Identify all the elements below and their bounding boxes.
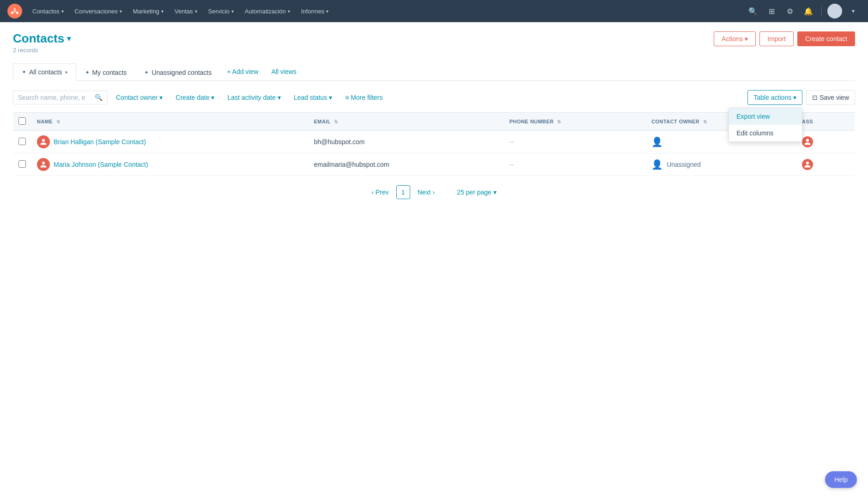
nav-automatizacion[interactable]: Automatización ▾ [240, 5, 295, 18]
all-views-tab[interactable]: All views [265, 63, 303, 80]
row2-owner-cell: 👤 Unassigned [646, 153, 796, 176]
page-header: Contacts ▾ 2 records Actions ▾ Import Cr… [13, 31, 855, 54]
account-chevron-icon[interactable]: ▾ [846, 4, 861, 18]
create-date-filter[interactable]: Create date ▾ [171, 91, 219, 104]
table-row: Maria Johnson (Sample Contact) emailmari… [13, 153, 855, 176]
row1-checkbox[interactable] [18, 138, 26, 145]
last-activity-filter[interactable]: Last activity date ▾ [223, 91, 285, 104]
search-input[interactable] [18, 94, 92, 101]
conversaciones-chevron-icon: ▾ [120, 9, 122, 14]
edit-columns-item[interactable]: Edit columns [729, 125, 802, 141]
all-contacts-tab-icon: ✦ [22, 69, 26, 75]
hubspot-logo[interactable] [7, 4, 22, 18]
row1-phone-cell: -- [504, 131, 646, 153]
tabs-bar: ✦ All contacts ▾ ✦ My contacts ✦ Unassig… [13, 63, 855, 81]
notifications-icon[interactable]: 🔔 [801, 4, 816, 18]
prev-chevron-icon: ‹ [371, 189, 374, 196]
contact-owner-chevron-icon: ▾ [159, 94, 163, 101]
servicio-chevron-icon: ▾ [231, 9, 234, 14]
tab-all-contacts[interactable]: ✦ All contacts ▾ [13, 63, 76, 81]
name-sort-icon: ⇅ [56, 119, 60, 124]
add-view-tab[interactable]: + Add view [220, 63, 265, 80]
nav-informes[interactable]: Informes ▾ [297, 5, 334, 18]
next-page-button[interactable]: Next › [414, 187, 438, 198]
nav-divider [821, 6, 822, 17]
nav-marketing[interactable]: Marketing ▾ [128, 5, 168, 18]
contactos-chevron-icon: ▾ [61, 9, 64, 14]
create-date-chevron-icon: ▾ [211, 94, 214, 101]
prev-page-button[interactable]: ‹ Prev [368, 187, 392, 198]
row2-unassigned-label: Unassigned [667, 161, 701, 168]
ventas-chevron-icon: ▾ [195, 9, 197, 14]
row2-email-cell: emailmaria@hubspot.com [309, 153, 504, 176]
user-avatar[interactable] [827, 4, 842, 18]
row2-contact-name[interactable]: Maria Johnson (Sample Contact) [54, 161, 148, 168]
table-actions-button[interactable]: Table actions ▾ [747, 90, 802, 105]
last-activity-chevron-icon: ▾ [278, 94, 281, 101]
nav-contactos[interactable]: Contactos ▾ [28, 5, 68, 18]
actions-button[interactable]: Actions ▾ [714, 31, 756, 46]
row1-assigned-cell [796, 131, 855, 153]
more-filters-icon: ≡ [345, 94, 349, 101]
page-title[interactable]: Contacts ▾ [13, 31, 71, 46]
all-contacts-tab-chevron-icon: ▾ [65, 70, 67, 75]
marketing-chevron-icon: ▾ [161, 9, 164, 14]
row2-checkbox[interactable] [18, 160, 26, 168]
unassigned-tab-icon: ✦ [144, 69, 149, 76]
assigned-column-header: ASS [796, 113, 855, 131]
row1-avatar [37, 135, 50, 148]
informes-chevron-icon: ▾ [326, 9, 328, 14]
table-actions-dropdown: Export view Edit columns [728, 108, 802, 142]
page-title-area: Contacts ▾ 2 records [13, 31, 71, 54]
phone-sort-icon: ⇅ [557, 119, 561, 124]
tab-unassigned-contacts[interactable]: ✦ Unassigned contacts [135, 64, 220, 81]
export-view-item[interactable]: Export view [729, 108, 802, 125]
nav-ventas[interactable]: Ventas ▾ [170, 5, 202, 18]
page-subtitle: 2 records [13, 47, 71, 54]
marketplace-icon[interactable]: ⊞ [764, 4, 779, 18]
settings-nav-icon[interactable]: ⚙ [783, 4, 797, 18]
select-all-checkbox[interactable] [18, 117, 26, 125]
contacts-title-chevron-icon: ▾ [67, 34, 71, 43]
nav-conversaciones[interactable]: Conversaciones ▾ [70, 5, 127, 18]
row1-name-cell: Brian Halligan (Sample Contact) [31, 131, 309, 153]
phone-column-header[interactable]: PHONE NUMBER ⇅ [504, 113, 646, 131]
filters-row: 🔍 Contact owner ▾ Create date ▾ Last act… [13, 90, 855, 105]
save-view-icon: ⊡ [812, 94, 818, 101]
row2-name-cell: Maria Johnson (Sample Contact) [31, 153, 309, 176]
table-actions-wrapper: Table actions ▾ Export view Edit columns [747, 90, 802, 105]
lead-status-filter[interactable]: Lead status ▾ [289, 91, 337, 104]
owner-sort-icon: ⇅ [703, 119, 707, 124]
page-header-actions: Actions ▾ Import Create contact [714, 31, 855, 46]
import-button[interactable]: Import [759, 31, 794, 46]
row1-owner-icon: 👤 [651, 136, 663, 147]
tab-my-contacts[interactable]: ✦ My contacts [76, 64, 136, 81]
help-button[interactable]: Help [825, 471, 857, 488]
create-contact-button[interactable]: Create contact [797, 31, 855, 46]
page-number-1[interactable]: 1 [396, 185, 410, 199]
row2-assigned-cell [796, 153, 855, 176]
actions-chevron-icon: ▾ [745, 35, 748, 43]
row2-phone-cell: -- [504, 153, 646, 176]
search-box[interactable]: 🔍 [13, 91, 108, 104]
email-sort-icon: ⇅ [334, 119, 338, 124]
email-column-header[interactable]: EMAIL ⇅ [309, 113, 504, 131]
row1-assigned-avatar [802, 136, 813, 147]
contact-owner-filter[interactable]: Contact owner ▾ [111, 91, 167, 104]
name-column-header[interactable]: NAME ⇅ [31, 113, 309, 131]
row2-assigned-avatar [802, 159, 813, 170]
search-icon: 🔍 [95, 94, 103, 101]
search-nav-icon[interactable]: 🔍 [746, 4, 760, 18]
more-filters-button[interactable]: ≡ More filters [340, 91, 387, 104]
nav-servicio[interactable]: Servicio ▾ [204, 5, 238, 18]
save-view-button[interactable]: ⊡ Save view [806, 90, 855, 105]
row1-email-cell: bh@hubspot.com [309, 131, 504, 153]
lead-status-chevron-icon: ▾ [329, 94, 332, 101]
row2-avatar [37, 158, 50, 171]
pagination: ‹ Prev 1 Next › 25 per page ▾ [13, 185, 855, 199]
row1-contact-name[interactable]: Brian Halligan (Sample Contact) [54, 138, 146, 146]
nav-utility-icons: 🔍 ⊞ ⚙ 🔔 ▾ [746, 4, 861, 18]
per-page-chevron-icon: ▾ [493, 189, 497, 196]
select-all-col [13, 113, 31, 131]
per-page-selector[interactable]: 25 per page ▾ [453, 187, 500, 198]
